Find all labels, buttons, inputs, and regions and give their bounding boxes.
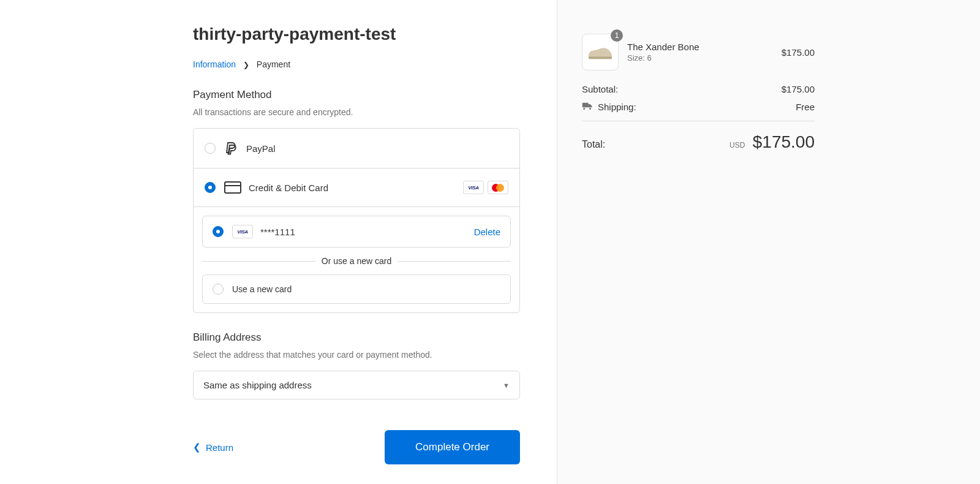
credit-card-label: Credit & Debit Card: [249, 183, 328, 193]
visa-icon: VISA: [232, 225, 253, 238]
new-card-option[interactable]: Use a new card: [202, 274, 511, 304]
billing-subtitle: Select the address that matches your car…: [193, 350, 520, 360]
breadcrumb-information[interactable]: Information: [193, 59, 236, 69]
subtotal-label: Subtotal:: [582, 84, 618, 94]
saved-card-option[interactable]: VISA ****1111 Delete: [202, 216, 511, 248]
shipping-row: Shipping: Free: [582, 102, 815, 112]
credit-card-icon: [224, 181, 241, 194]
checkout-main: thirty-party-payment-test Information ❯ …: [0, 0, 557, 484]
product-variant: Size: 6: [627, 53, 699, 62]
radio-paypal[interactable]: [205, 143, 216, 154]
product-name: The Xander Bone: [627, 42, 699, 52]
truck-icon: [582, 102, 593, 112]
footer-actions: ❮ Return Complete Order: [193, 430, 520, 464]
radio-saved-card[interactable]: [213, 226, 224, 237]
subtotal-value: $175.00: [782, 84, 815, 94]
complete-order-button[interactable]: Complete Order: [385, 430, 520, 464]
paypal-icon: [224, 141, 239, 156]
billing-title: Billing Address: [193, 331, 520, 344]
caret-down-icon: ▼: [503, 382, 510, 389]
return-label: Return: [206, 442, 233, 453]
billing-address-select[interactable]: Same as shipping address ▼: [193, 371, 520, 399]
payment-method-title: Payment Method: [193, 89, 520, 101]
saved-card-mask: ****1111: [260, 227, 295, 237]
shoe-icon: [587, 44, 614, 60]
return-link[interactable]: ❮ Return: [193, 442, 233, 453]
product-price: $175.00: [782, 47, 815, 58]
radio-card[interactable]: [205, 182, 216, 193]
billing-selected-value: Same as shipping address: [203, 380, 312, 390]
chevron-left-icon: ❮: [193, 442, 201, 453]
paypal-label: PayPal: [246, 143, 276, 154]
mastercard-icon: [488, 181, 508, 194]
total-amount: $175.00: [753, 132, 815, 151]
payment-methods-panel: PayPal Credit & Debit Card VISA VISA ***…: [193, 128, 520, 313]
product-thumbnail: 1: [582, 34, 619, 70]
page-title: thirty-party-payment-test: [193, 25, 520, 44]
divider-text: Or use a new card: [315, 256, 398, 266]
summary-divider: [582, 121, 815, 121]
subtotal-row: Subtotal: $175.00: [582, 84, 815, 94]
payment-option-paypal[interactable]: PayPal: [194, 129, 519, 168]
total-label: Total:: [582, 139, 605, 150]
shipping-label: Shipping:: [598, 102, 636, 112]
total-currency: USD: [729, 141, 745, 149]
radio-new-card[interactable]: [213, 284, 224, 295]
delete-card-link[interactable]: Delete: [474, 227, 500, 237]
shipping-value: Free: [796, 102, 815, 112]
item-info: The Xander Bone Size: 6: [627, 42, 699, 62]
payment-method-subtitle: All transactions are secure and encrypte…: [193, 107, 520, 117]
cart-item: 1 The Xander Bone Size: 6 $175.00: [582, 34, 815, 70]
card-divider: Or use a new card: [202, 256, 511, 266]
breadcrumb: Information ❯ Payment: [193, 59, 520, 69]
chevron-right-icon: ❯: [243, 61, 249, 69]
new-card-label: Use a new card: [232, 284, 292, 294]
card-expand-area: VISA ****1111 Delete Or use a new card U…: [194, 206, 519, 312]
total-row: Total: USD $175.00: [582, 132, 815, 152]
visa-icon: VISA: [463, 181, 484, 194]
payment-option-card[interactable]: Credit & Debit Card VISA: [194, 168, 519, 206]
qty-badge: 1: [611, 29, 623, 42]
order-summary: 1 The Xander Bone Size: 6 $175.00 Subtot…: [557, 0, 980, 484]
breadcrumb-payment: Payment: [257, 59, 290, 69]
